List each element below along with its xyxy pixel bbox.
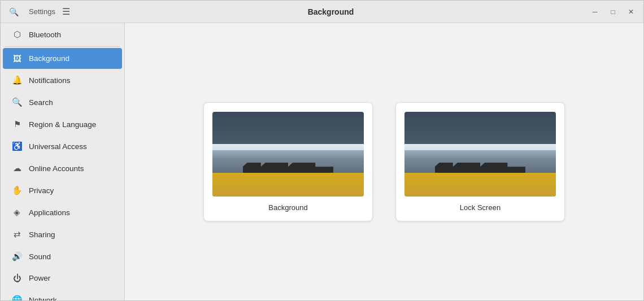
window-title: Background xyxy=(75,7,587,16)
menu-icon: ☰ xyxy=(62,6,70,17)
minimize-button[interactable]: ─ xyxy=(587,4,603,20)
online-accounts-icon: ☁ xyxy=(12,163,22,173)
sharing-icon: ⇄ xyxy=(12,229,22,239)
sidebar: ⬡Bluetooth🖼Background🔔Notifications🔍Sear… xyxy=(1,23,125,300)
sidebar-item-network[interactable]: 🌐Network xyxy=(3,289,122,300)
power-icon: ⏻ xyxy=(12,273,22,283)
sound-icon: 🔊 xyxy=(12,251,22,261)
close-icon: ✕ xyxy=(628,8,634,16)
window-controls: ─ □ ✕ xyxy=(587,4,639,20)
background-card-label: Background xyxy=(268,203,307,212)
sidebar-item-bluetooth[interactable]: ⬡Bluetooth xyxy=(3,24,122,45)
maximize-icon: □ xyxy=(611,8,615,16)
sidebar-item-applications[interactable]: ◈Applications xyxy=(3,202,122,223)
sidebar-item-label-power: Power xyxy=(29,274,50,282)
maximize-button[interactable]: □ xyxy=(605,4,621,20)
sidebar-item-sound[interactable]: 🔊Sound xyxy=(3,246,122,267)
app-name: Settings xyxy=(29,7,55,16)
sidebar-item-online-accounts[interactable]: ☁Online Accounts xyxy=(3,158,122,179)
sidebar-item-label-universal-access: Universal Access xyxy=(29,142,87,151)
content-area: ⬡Bluetooth🖼Background🔔Notifications🔍Sear… xyxy=(1,23,643,300)
background-thumbnail xyxy=(212,112,364,197)
sidebar-item-sharing[interactable]: ⇄Sharing xyxy=(3,224,122,245)
settings-window: 🔍 Settings ☰ Background ─ □ ✕ ⬡Bluetooth… xyxy=(0,0,644,301)
sidebar-item-region-language[interactable]: ⚑Region & Language xyxy=(3,114,122,135)
region-language-icon: ⚑ xyxy=(12,119,22,129)
privacy-icon: ✋ xyxy=(12,185,22,195)
background-image xyxy=(212,112,364,197)
titlebar: 🔍 Settings ☰ Background ─ □ ✕ xyxy=(1,1,643,23)
sidebar-item-label-online-accounts: Online Accounts xyxy=(29,164,84,173)
lock-screen-card-label: Lock Screen xyxy=(460,203,501,212)
sidebar-item-label-sound: Sound xyxy=(29,252,51,261)
applications-icon: ◈ xyxy=(12,207,22,217)
menu-button[interactable]: ☰ xyxy=(58,3,75,20)
sidebar-item-background[interactable]: 🖼Background xyxy=(3,48,122,69)
search-button[interactable]: 🔍 xyxy=(5,3,22,20)
sidebar-item-universal-access[interactable]: ♿Universal Access xyxy=(3,136,122,157)
universal-access-icon: ♿ xyxy=(12,141,22,151)
network-icon: 🌐 xyxy=(12,295,22,300)
sidebar-item-label-network: Network xyxy=(29,296,57,301)
sidebar-item-power[interactable]: ⏻Power xyxy=(3,268,122,289)
titlebar-left: 🔍 Settings ☰ xyxy=(5,3,75,20)
background-icon: 🖼 xyxy=(12,54,22,63)
lock-screen-card[interactable]: Lock Screen xyxy=(395,102,565,221)
bluetooth-icon: ⬡ xyxy=(12,29,22,40)
sidebar-item-label-background: Background xyxy=(29,54,69,63)
sidebar-item-privacy[interactable]: ✋Privacy xyxy=(3,180,122,201)
minimize-icon: ─ xyxy=(593,8,598,16)
search-icon: 🔍 xyxy=(12,97,22,107)
background-card[interactable]: Background xyxy=(203,102,373,221)
sidebar-item-label-privacy: Privacy xyxy=(29,186,54,195)
sidebar-item-label-region-language: Region & Language xyxy=(29,120,96,129)
sidebar-divider-1 xyxy=(5,46,120,47)
sidebar-item-notifications[interactable]: 🔔Notifications xyxy=(3,69,122,91)
sidebar-item-label-notifications: Notifications xyxy=(29,76,71,85)
notifications-icon: 🔔 xyxy=(12,75,22,85)
close-button[interactable]: ✕ xyxy=(623,4,639,20)
sidebar-item-label-search: Search xyxy=(29,98,53,107)
main-content: Background Lock Screen xyxy=(125,23,643,300)
lock-screen-image xyxy=(404,112,556,197)
sidebar-item-label-bluetooth: Bluetooth xyxy=(29,30,61,39)
lock-screen-thumbnail xyxy=(404,112,556,197)
sidebar-item-search[interactable]: 🔍Search xyxy=(3,91,122,113)
sidebar-item-label-applications: Applications xyxy=(29,208,70,217)
sidebar-item-label-sharing: Sharing xyxy=(29,230,55,239)
search-icon: 🔍 xyxy=(9,7,19,16)
